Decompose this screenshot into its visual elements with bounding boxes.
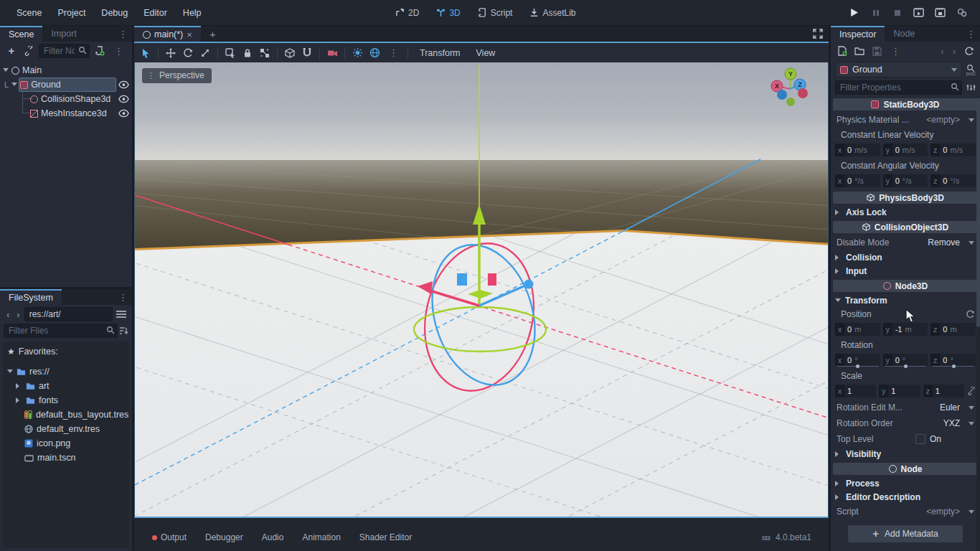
slider-knob[interactable] <box>904 364 908 368</box>
tree-row-ground[interactable]: L Ground <box>0 77 132 92</box>
tab-filesystem[interactable]: FileSystem <box>0 289 62 305</box>
tab-import[interactable]: Import <box>42 26 85 42</box>
cav-y-field[interactable]: y0°/s <box>883 174 928 187</box>
file-row-icon-png[interactable]: icon.png <box>3 436 129 451</box>
rotation-y-field[interactable]: y0° <box>883 354 928 367</box>
position-x-field[interactable]: x0m <box>835 323 880 336</box>
save-icon[interactable] <box>870 44 884 58</box>
file-row-fonts[interactable]: fonts <box>3 393 129 408</box>
property-tools-icon[interactable] <box>966 83 976 92</box>
tree-row-meshinstance3d[interactable]: MeshInstance3d <box>0 106 132 121</box>
distraction-free-icon[interactable] <box>813 29 829 39</box>
pause-button[interactable] <box>870 6 882 19</box>
scene-dock-menu-icon[interactable] <box>114 29 132 39</box>
lock-icon[interactable] <box>240 46 255 60</box>
output-button[interactable]: Output <box>143 532 196 542</box>
tree-row-collisionshape3d[interactable]: CollisionShape3d <box>0 92 132 106</box>
file-row-main-tscn[interactable]: main.tscn <box>3 451 129 465</box>
category-physicsbody3d[interactable]: PhysicsBody3D <box>833 192 978 204</box>
menu-scene[interactable]: Scene <box>9 8 50 18</box>
revert-icon[interactable] <box>966 310 974 319</box>
rotation-z-field[interactable]: z0° <box>930 354 976 367</box>
expand-icon[interactable] <box>16 383 22 389</box>
cav-z-field[interactable]: z0°/s <box>930 174 976 187</box>
tab-inspector[interactable]: Inspector <box>831 26 885 42</box>
group-icon[interactable] <box>258 46 272 60</box>
preview-environment-icon[interactable] <box>367 46 382 60</box>
tab-main-scene[interactable]: main(*) × <box>134 26 201 42</box>
movie-maker-icon[interactable] <box>956 6 969 19</box>
rotation-x-field[interactable]: x0° <box>835 354 880 367</box>
camera-preview-icon[interactable] <box>325 46 339 60</box>
select-tool-icon[interactable] <box>138 46 153 60</box>
file-row-bus-layout[interactable]: default_bus_layout.tres <box>3 408 129 422</box>
position-y-field[interactable]: y-1m <box>883 323 928 336</box>
display-mode-icon[interactable] <box>116 311 126 318</box>
menu-editor[interactable]: Editor <box>136 8 175 18</box>
axis-navigation-gizmo[interactable]: Y X Z <box>758 67 822 120</box>
fold-input[interactable]: Input <box>831 264 980 278</box>
nav-forward-icon[interactable]: › <box>14 309 22 320</box>
local-space-icon[interactable] <box>283 46 297 60</box>
category-node3d[interactable]: Node3D <box>833 280 978 292</box>
inspector-scrollbar[interactable] <box>976 96 980 551</box>
history-forward-icon[interactable]: › <box>950 46 958 57</box>
fold-transform-open[interactable]: Transform <box>831 293 980 307</box>
debugger-button[interactable]: Debugger <box>196 532 253 542</box>
play-custom-scene-button[interactable] <box>934 6 947 19</box>
tab-node[interactable]: Node <box>885 26 923 42</box>
scale-tool-icon[interactable] <box>198 46 212 60</box>
new-resource-icon[interactable] <box>835 44 849 58</box>
scale-x-field[interactable]: x1 <box>835 385 876 397</box>
workspace-assetlib-button[interactable]: AssetLib <box>524 6 581 20</box>
clv-x-field[interactable]: x0m/s <box>835 143 880 156</box>
collapse-icon[interactable] <box>11 83 17 89</box>
menu-project[interactable]: Project <box>50 8 93 18</box>
file-row-default-env[interactable]: default_env.tres <box>3 422 129 436</box>
attach-script-icon[interactable] <box>93 44 107 58</box>
inspector-menu-icon[interactable] <box>962 29 980 39</box>
menu-help[interactable]: Help <box>175 8 209 18</box>
new-scene-tab-button[interactable]: + <box>201 26 225 42</box>
property-rotation-edit-mode[interactable]: Rotation Edit M... Euler <box>831 400 980 415</box>
category-node[interactable]: Node <box>833 463 978 475</box>
add-node-button[interactable]: + <box>4 44 19 58</box>
position-z-field[interactable]: z0m <box>930 323 976 336</box>
file-row-art[interactable]: art <box>3 379 129 393</box>
path-input[interactable] <box>24 307 113 321</box>
stop-button[interactable] <box>891 6 904 19</box>
fold-editor-description[interactable]: Editor Description <box>831 490 980 504</box>
category-staticbody3d[interactable]: StaticBody3D <box>833 98 978 110</box>
filesystem-menu-icon[interactable] <box>114 292 132 303</box>
property-rotation-order[interactable]: Rotation Order YXZ <box>831 415 980 431</box>
scale-z-field[interactable]: z1 <box>923 385 964 397</box>
transform-menu[interactable]: Transform <box>413 48 467 58</box>
scale-y-field[interactable]: y1 <box>879 385 920 397</box>
expand-icon[interactable] <box>16 397 22 403</box>
rotate-tool-icon[interactable] <box>181 46 195 60</box>
clv-y-field[interactable]: y0m/s <box>883 143 928 156</box>
property-disable-mode[interactable]: Disable Mode Remove <box>831 235 980 250</box>
property-top-level[interactable]: Top Level On <box>831 431 980 447</box>
snap-icon[interactable] <box>300 46 314 60</box>
load-resource-icon[interactable] <box>852 44 867 58</box>
visibility-eye-icon[interactable] <box>118 95 129 103</box>
play-button[interactable] <box>848 6 861 19</box>
slider-knob[interactable] <box>856 364 859 368</box>
filter-properties-input[interactable] <box>835 80 962 95</box>
nav-back-icon[interactable]: ‹ <box>4 309 12 320</box>
property-physics-material[interactable]: Physics Material ... <empty> <box>831 112 980 128</box>
category-collisionobject3d[interactable]: CollisionObject3D <box>833 221 978 233</box>
tree-row-main[interactable]: Main <box>0 63 132 77</box>
clv-z-field[interactable]: z0m/s <box>930 143 976 156</box>
visibility-eye-icon[interactable] <box>118 80 129 89</box>
preview-sun-icon[interactable] <box>350 46 364 60</box>
add-metadata-button[interactable]: + Add Metadata <box>848 525 963 542</box>
fold-process[interactable]: Process <box>831 476 980 490</box>
close-tab-icon[interactable]: × <box>187 29 192 40</box>
instantiate-scene-button[interactable] <box>22 44 36 58</box>
open-docs-button[interactable]: DOC <box>966 64 976 76</box>
collapse-icon[interactable] <box>7 369 13 376</box>
workspace-3d-button[interactable]: 3D <box>430 6 466 20</box>
fold-collision[interactable]: Collision <box>831 250 980 264</box>
